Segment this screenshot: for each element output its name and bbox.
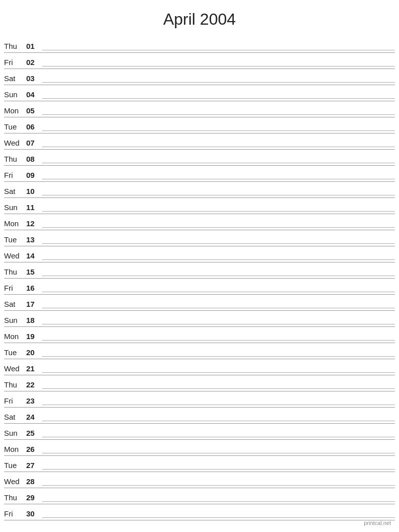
day-name: Mon <box>4 106 26 116</box>
day-name: Tue <box>4 122 26 132</box>
day-number: 16 <box>26 284 40 293</box>
day-line <box>42 130 395 131</box>
day-number: 12 <box>26 219 40 229</box>
day-row: Tue13 <box>4 230 395 246</box>
day-row: Tue20 <box>4 343 395 359</box>
day-number: 25 <box>26 429 40 438</box>
day-row: Tue27 <box>4 456 395 472</box>
day-line <box>42 501 395 502</box>
day-row: Thu29 <box>4 488 395 504</box>
day-name: Fri <box>4 396 26 406</box>
day-row: Sun04 <box>4 85 395 101</box>
day-number: 02 <box>26 58 40 68</box>
day-line <box>42 453 395 453</box>
day-line <box>42 405 395 405</box>
footer-text: printcal.net <box>364 520 391 526</box>
day-line <box>42 469 395 470</box>
day-row: Mon05 <box>4 101 395 117</box>
day-row: Fri30 <box>4 504 395 520</box>
day-number: 04 <box>26 90 40 100</box>
day-number: 09 <box>26 171 40 180</box>
day-name: Fri <box>4 509 26 519</box>
day-row: Thu08 <box>4 150 395 166</box>
day-number: 01 <box>26 42 40 51</box>
day-row: Sat10 <box>4 182 395 198</box>
day-name: Sun <box>4 90 26 100</box>
day-row: Sun25 <box>4 424 395 440</box>
day-name: Sat <box>4 74 26 84</box>
day-name: Sun <box>4 203 26 213</box>
day-number: 18 <box>26 316 40 325</box>
day-row: Sat24 <box>4 408 395 424</box>
day-line <box>42 421 395 421</box>
day-row: Fri16 <box>4 279 395 295</box>
day-line <box>42 437 395 437</box>
day-number: 22 <box>26 380 40 390</box>
day-name: Mon <box>4 219 26 229</box>
day-row: Mon19 <box>4 327 395 343</box>
day-name: Mon <box>4 332 26 342</box>
day-row: Thu22 <box>4 375 395 391</box>
calendar-grid: Thu01Fri02Sat03Sun04Mon05Tue06Wed07Thu08… <box>0 37 399 520</box>
day-row: Wed21 <box>4 359 395 375</box>
day-line <box>42 308 395 308</box>
day-name: Sun <box>4 316 26 325</box>
day-number: 05 <box>26 106 40 116</box>
day-line <box>42 485 395 486</box>
day-row: Wed14 <box>4 246 395 262</box>
day-line <box>42 50 395 50</box>
day-line <box>42 340 395 341</box>
day-line <box>42 163 395 163</box>
day-row: Fri09 <box>4 166 395 182</box>
day-row: Fri02 <box>4 53 395 69</box>
day-number: 19 <box>26 332 40 342</box>
day-row: Fri23 <box>4 391 395 408</box>
day-line <box>42 276 395 276</box>
day-line <box>42 388 395 389</box>
day-name: Mon <box>4 445 26 454</box>
day-name: Tue <box>4 348 26 358</box>
day-number: 11 <box>26 203 40 213</box>
day-number: 24 <box>26 413 40 422</box>
day-line <box>42 147 395 147</box>
page-title: April 2004 <box>0 0 399 37</box>
day-number: 20 <box>26 348 40 358</box>
day-name: Sun <box>4 429 26 438</box>
day-name: Thu <box>4 155 26 164</box>
day-number: 03 <box>26 74 40 84</box>
day-number: 23 <box>26 396 40 406</box>
day-number: 08 <box>26 155 40 164</box>
day-name: Thu <box>4 268 26 277</box>
day-name: Sat <box>4 187 26 196</box>
day-number: 14 <box>26 251 40 261</box>
day-number: 27 <box>26 461 40 471</box>
day-name: Sat <box>4 413 26 422</box>
day-line <box>42 195 395 195</box>
day-row: Mon12 <box>4 214 395 230</box>
day-line <box>42 227 395 228</box>
day-row: Wed07 <box>4 134 395 150</box>
day-row: Tue06 <box>4 117 395 134</box>
day-line <box>42 82 395 83</box>
day-name: Thu <box>4 42 26 51</box>
day-name: Wed <box>4 139 26 148</box>
day-line <box>42 372 395 373</box>
day-row: Thu15 <box>4 262 395 279</box>
day-name: Fri <box>4 58 26 68</box>
day-number: 13 <box>26 235 40 245</box>
day-number: 07 <box>26 139 40 148</box>
day-number: 21 <box>26 364 40 374</box>
day-row: Thu01 <box>4 37 395 53</box>
day-number: 28 <box>26 477 40 487</box>
day-line <box>42 356 395 357</box>
day-name: Wed <box>4 251 26 261</box>
day-line <box>42 179 395 179</box>
day-row: Mon26 <box>4 440 395 456</box>
day-number: 30 <box>26 509 40 519</box>
day-line <box>42 324 395 324</box>
day-row: Sun11 <box>4 198 395 214</box>
day-name: Fri <box>4 284 26 293</box>
day-number: 26 <box>26 445 40 454</box>
day-name: Thu <box>4 380 26 390</box>
day-name: Tue <box>4 235 26 245</box>
